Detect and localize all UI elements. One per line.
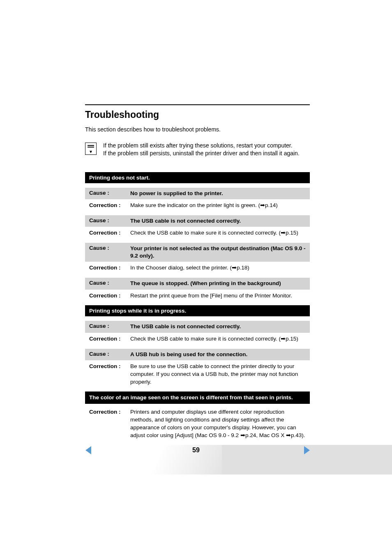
arrow-icon: ➡ xyxy=(281,229,286,237)
correction-label: Correction : xyxy=(89,264,130,272)
cause-text: A USB hub is being used for the connecti… xyxy=(130,351,247,358)
correction-text: Printers and computer displays use diffe… xyxy=(130,408,306,440)
correction-label: Correction : xyxy=(89,292,130,300)
pager-bar: 59 xyxy=(0,445,392,461)
page-body: Troubleshooting This section describes h… xyxy=(0,0,392,447)
correction-row: Correction :Be sure to use the USB cable… xyxy=(85,363,310,392)
cause-text: The USB cable is not connected correctly… xyxy=(130,323,241,330)
correction-text: Check the USB cable to make sure it is c… xyxy=(130,335,306,343)
correction-row: Correction :In the Chooser dialog, selec… xyxy=(85,264,310,278)
correction-label: Correction : xyxy=(89,335,130,343)
cause-label: Cause : xyxy=(89,217,130,225)
note-block: If the problem still exists after trying… xyxy=(85,142,310,157)
cause-label: Cause : xyxy=(89,190,130,197)
correction-row: Correction :Check the USB cable to make … xyxy=(85,229,310,243)
section-heading: Printing does not start. xyxy=(85,172,310,183)
prev-page-arrow[interactable] xyxy=(85,446,91,454)
correction-text: Be sure to use the USB cable to connect … xyxy=(130,363,306,386)
cause-row: Cause :The USB cable is not connected co… xyxy=(85,321,310,332)
arrow-icon: ➡ xyxy=(281,335,286,343)
arrow-icon: ➡ xyxy=(260,202,265,210)
page-ref-link[interactable]: p.18 xyxy=(237,265,247,271)
cause-label: Cause : xyxy=(89,351,130,358)
correction-label: Correction : xyxy=(89,229,130,237)
correction-text: Make sure the indicator on the printer l… xyxy=(130,202,306,210)
page-ref-link[interactable]: p.15 xyxy=(286,230,296,236)
cause-label: Cause : xyxy=(89,323,130,330)
correction-label: Correction : xyxy=(89,363,130,386)
section-heading: The color of an image seen on the screen… xyxy=(85,391,310,404)
cause-text: Your printer is not selected as the outp… xyxy=(130,245,306,260)
cause-row: Cause :The USB cable is not connected co… xyxy=(85,215,310,227)
cause-row: Cause :The queue is stopped. (When print… xyxy=(85,278,310,289)
page-number: 59 xyxy=(192,447,200,454)
page-ref-link[interactable]: p.15 xyxy=(286,336,296,342)
page-ref-link[interactable]: p.43 xyxy=(291,432,302,438)
page-ref-link[interactable]: p.24 xyxy=(245,432,256,438)
cause-label: Cause : xyxy=(89,245,130,260)
correction-text: Restart the print queue from the [File] … xyxy=(130,292,306,300)
note-text: If the problem still exists after trying… xyxy=(103,142,300,157)
cause-row: Cause :A USB hub is being used for the c… xyxy=(85,349,310,360)
correction-row: Correction :Printers and computer displa… xyxy=(85,408,310,447)
section-heading: Printing stops while it is in progress. xyxy=(85,305,310,316)
cause-label: Cause : xyxy=(89,280,130,287)
note-icon xyxy=(85,143,97,155)
correction-label: Correction : xyxy=(89,408,130,440)
correction-row: Correction :Restart the print queue from… xyxy=(85,292,310,306)
cause-text: The queue is stopped. (When printing in … xyxy=(130,280,281,287)
page-title: Troubleshooting xyxy=(85,109,310,120)
correction-row: Correction :Make sure the indicator on t… xyxy=(85,202,310,215)
cause-row: Cause :Your printer is not selected as t… xyxy=(85,243,310,262)
cause-row: Cause :No power is supplied to the print… xyxy=(85,188,310,199)
arrow-icon: ➡ xyxy=(232,264,237,272)
correction-row: Correction :Check the USB cable to make … xyxy=(85,335,310,349)
arrow-icon: ➡ xyxy=(286,432,291,440)
cause-text: The USB cable is not connected correctly… xyxy=(130,217,241,225)
correction-text: In the Chooser dialog, select the printe… xyxy=(130,264,306,272)
arrow-icon: ➡ xyxy=(240,432,245,440)
correction-label: Correction : xyxy=(89,202,130,210)
cause-text: No power is supplied to the printer. xyxy=(130,190,223,197)
intro-text: This section describes how to troublesho… xyxy=(85,126,310,133)
heading-rule xyxy=(85,104,310,105)
next-page-arrow[interactable] xyxy=(304,446,310,454)
page-ref-link[interactable]: p.14 xyxy=(265,202,276,208)
correction-text: Check the USB cable to make sure it is c… xyxy=(130,229,306,237)
